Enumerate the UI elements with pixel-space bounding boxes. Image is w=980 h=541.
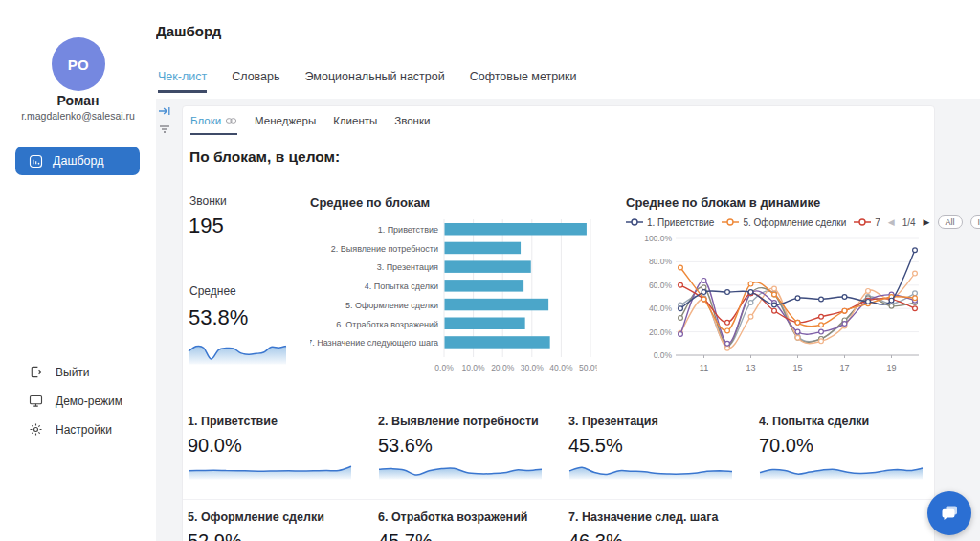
logout-label: Выйти	[56, 366, 90, 379]
legend-all-button[interactable]: All	[938, 215, 963, 229]
collapse-panel-icon[interactable]	[158, 104, 173, 120]
legend-page-indicator: 1/4	[902, 217, 916, 228]
average-label: Среднее	[189, 284, 236, 298]
svg-text:6. Отработка возражений: 6. Отработка возражений	[336, 320, 438, 329]
average-sparkline	[188, 339, 287, 365]
svg-text:0.0%: 0.0%	[434, 363, 454, 372]
svg-text:11: 11	[700, 363, 708, 372]
sidebar-item-label: Дашборд	[53, 154, 104, 168]
svg-text:20.0%: 20.0%	[491, 363, 515, 372]
svg-text:13: 13	[746, 363, 755, 372]
calls-value: 195	[189, 214, 224, 238]
metric-card-label: 2. Выявление потребности	[378, 415, 550, 428]
legend-marker-icon	[854, 217, 871, 227]
logout-icon	[29, 365, 43, 379]
svg-text:19: 19	[886, 363, 896, 372]
page-title: Дашборд	[156, 23, 221, 39]
svg-text:0.0%: 0.0%	[654, 350, 673, 360]
svg-text:3. Презентация: 3. Презентация	[377, 262, 438, 272]
tab-calls[interactable]: Звонки	[394, 115, 430, 135]
bar-chart: 0.0%10.0%20.0%30.0%40.0%50.0%1. Приветст…	[310, 215, 607, 378]
legend-label: 5. Оформление сделки	[743, 217, 846, 228]
section-heading: По блокам, в целом:	[189, 148, 340, 166]
legend-inv-button[interactable]: Inv	[970, 215, 980, 229]
metric-card: 4. Попытка сделки 70.0%	[759, 415, 931, 480]
top-tabs: Чек-лист Словарь Эмоциональный настрой С…	[158, 70, 577, 93]
metric-card-label: 7. Назначение след. шага	[568, 510, 741, 524]
metric-card-value: 90.0%	[188, 435, 360, 457]
chat-bubble-icon	[938, 502, 961, 525]
tab-blocks-label: Блоки	[190, 115, 221, 126]
legend-marker-icon	[626, 217, 643, 227]
tab-checklist[interactable]: Чек-лист	[158, 70, 207, 93]
filter-icon[interactable]	[158, 123, 173, 138]
svg-text:40.0%: 40.0%	[649, 304, 673, 313]
svg-text:50.0%: 50.0%	[579, 363, 597, 372]
tab-soft-metrics[interactable]: Софтовые метрики	[470, 70, 577, 93]
svg-text:80.0%: 80.0%	[649, 257, 673, 266]
metric-card-label: 3. Презентация	[568, 415, 741, 428]
legend-item[interactable]: 1. Приветствие	[626, 217, 714, 228]
legend-label: 7	[875, 217, 880, 228]
legend-next-icon[interactable]: ▶	[924, 218, 930, 227]
metric-card: 7. Назначение след. шага 46.3%	[568, 510, 741, 541]
bar-chart-block: Среднее по блокам 0.0%10.0%20.0%30.0%40.…	[310, 195, 607, 378]
metric-card-value: 52.9%	[188, 530, 360, 541]
legend-item[interactable]: 7	[854, 217, 880, 228]
metric-card: 2. Выявление потребности 53.6%	[378, 415, 550, 480]
metric-card-label: 6. Отработка возражений	[378, 510, 550, 524]
line-chart: 0.0%20.0%40.0%60.0%80.0%100.0%1113151719	[626, 231, 932, 376]
avatar: РО	[52, 37, 105, 91]
demo-mode-button[interactable]: Демо-режим	[29, 394, 122, 408]
settings-button[interactable]: Настройки	[29, 422, 112, 437]
legend-item[interactable]: 5. Оформление сделки	[722, 217, 846, 228]
svg-text:17: 17	[839, 363, 849, 372]
gear-icon	[29, 422, 43, 437]
metric-sparkline	[759, 462, 931, 480]
metric-card-label: 5. Оформление сделки	[188, 510, 360, 524]
line-chart-legend: 1. Приветствие 5. Оформление сделки 7 ◀ …	[626, 215, 932, 229]
settings-label: Настройки	[56, 423, 112, 437]
svg-text:7. Назначение следующего шага: 7. Назначение следующего шага	[310, 338, 438, 348]
svg-text:100.0%: 100.0%	[644, 234, 672, 243]
monitor-icon	[29, 394, 43, 408]
metric-card: 3. Презентация 45.5%	[568, 415, 741, 480]
sidebar: РО Роман r.magdalenko@salesai.ru Дашборд…	[0, 0, 156, 541]
tab-clients[interactable]: Клиенты	[333, 115, 377, 135]
link-icon	[225, 117, 237, 124]
line-chart-block: Среднее по блокам в динамике 1. Приветст…	[626, 195, 932, 376]
svg-text:60.0%: 60.0%	[649, 281, 673, 290]
dashboard-icon	[29, 154, 43, 169]
dashboard-panel: Блоки Менеджеры Клиенты Звонки По блокам…	[182, 105, 935, 541]
metric-card-label: 4. Попытка сделки	[759, 415, 931, 428]
metric-sparkline	[378, 462, 550, 480]
tab-blocks[interactable]: Блоки	[190, 115, 237, 135]
metric-card-label: 1. Приветствие	[188, 415, 360, 428]
metric-card: 6. Отработка возражений 45.7%	[378, 510, 550, 541]
tab-dictionary[interactable]: Словарь	[232, 70, 279, 93]
metric-card-value: 53.6%	[378, 435, 550, 457]
svg-text:10.0%: 10.0%	[462, 363, 486, 372]
metric-card-value: 70.0%	[759, 435, 931, 457]
svg-text:5. Оформление сделки: 5. Оформление сделки	[345, 301, 438, 310]
sidebar-item-dashboard[interactable]: Дашборд	[15, 147, 140, 175]
legend-label: 1. Приветствие	[647, 217, 714, 228]
row-divider	[183, 499, 934, 500]
user-name: Роман	[0, 93, 156, 108]
user-email: r.magdalenko@salesai.ru	[0, 110, 156, 122]
legend-marker-icon	[722, 217, 739, 227]
bar-chart-title: Среднее по блокам	[310, 195, 607, 210]
line-chart-title: Среднее по блокам в динамике	[626, 195, 932, 210]
chat-widget-button[interactable]	[927, 491, 971, 535]
svg-text:20.0%: 20.0%	[649, 327, 673, 337]
metric-sparkline	[188, 462, 360, 480]
tab-emotional[interactable]: Эмоциональный настрой	[305, 70, 445, 93]
demo-mode-label: Демо-режим	[56, 394, 122, 408]
metric-card-value: 46.3%	[568, 530, 741, 541]
legend-prev-icon[interactable]: ◀	[888, 218, 895, 227]
logout-button[interactable]: Выйти	[29, 365, 90, 379]
metric-card-value: 45.7%	[378, 530, 550, 541]
tab-managers[interactable]: Менеджеры	[255, 115, 316, 135]
svg-text:2. Выявление потребности: 2. Выявление потребности	[331, 244, 438, 254]
inner-tabs: Блоки Менеджеры Клиенты Звонки	[190, 115, 430, 135]
